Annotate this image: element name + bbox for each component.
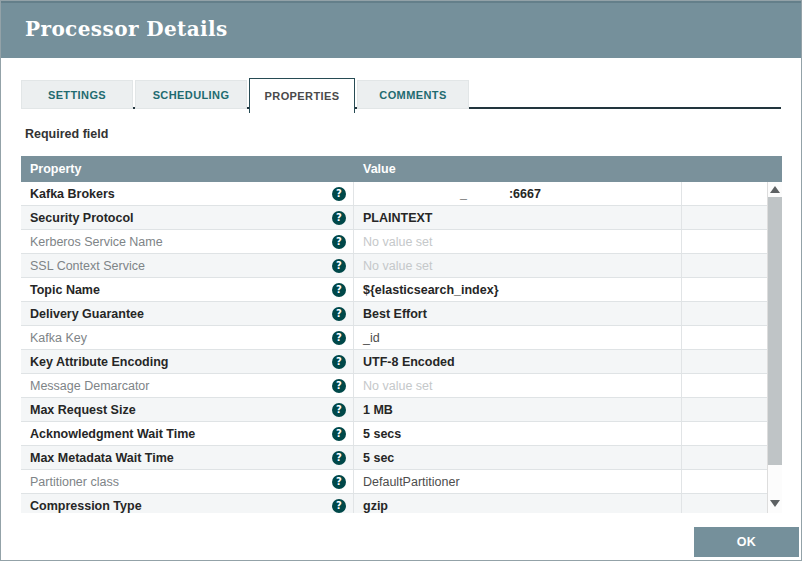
scroll-down-arrow-icon[interactable] bbox=[770, 500, 780, 507]
empty-cell bbox=[682, 278, 767, 301]
property-value: 5 secs bbox=[354, 422, 682, 445]
property-value: PLAINTEXT bbox=[354, 206, 682, 229]
property-cell: Partitioner class? bbox=[21, 470, 354, 493]
help-question-icon[interactable]: ? bbox=[332, 211, 346, 225]
tab-properties[interactable]: PROPERTIES bbox=[249, 78, 355, 113]
column-header-value: Value bbox=[354, 162, 682, 176]
property-cell: Security Protocol? bbox=[21, 206, 354, 229]
property-cell: Delivery Guarantee? bbox=[21, 302, 354, 325]
property-value: Best Effort bbox=[354, 302, 682, 325]
property-name: SSL Context Service bbox=[30, 259, 145, 273]
empty-cell bbox=[682, 374, 767, 397]
table-row: Delivery Guarantee?Best Effort bbox=[21, 302, 767, 326]
property-value: No value set bbox=[354, 374, 682, 397]
property-cell: Kafka Key? bbox=[21, 326, 354, 349]
property-value: No value set bbox=[354, 254, 682, 277]
help-question-icon[interactable]: ? bbox=[332, 283, 346, 297]
empty-cell bbox=[682, 302, 767, 325]
table-row: Message Demarcator?No value set bbox=[21, 374, 767, 398]
property-cell: Message Demarcator? bbox=[21, 374, 354, 397]
table-row: Kafka Brokers?_:6667 bbox=[21, 182, 767, 206]
help-question-icon[interactable]: ? bbox=[332, 451, 346, 465]
property-value: DefaultPartitioner bbox=[354, 470, 682, 493]
property-value: 1 MB bbox=[354, 398, 682, 421]
help-question-icon[interactable]: ? bbox=[332, 499, 346, 513]
table-row: Security Protocol?PLAINTEXT bbox=[21, 206, 767, 230]
help-question-icon[interactable]: ? bbox=[332, 475, 346, 489]
property-name: Max Request Size bbox=[30, 403, 136, 417]
table-row: Kafka Key?_id bbox=[21, 326, 767, 350]
property-cell: Kerberos Service Name? bbox=[21, 230, 354, 253]
property-value: _:6667 bbox=[354, 182, 682, 205]
property-name: Kafka Brokers bbox=[30, 187, 115, 201]
property-value: _id bbox=[354, 326, 682, 349]
visible-value-fragment: :6667 bbox=[509, 187, 541, 201]
property-value: gzip bbox=[354, 494, 682, 513]
property-name: Partitioner class bbox=[30, 475, 119, 489]
property-name: Key Attribute Encoding bbox=[30, 355, 168, 369]
ok-button[interactable]: OK bbox=[694, 527, 799, 557]
empty-cell bbox=[682, 230, 767, 253]
tab-settings[interactable]: SETTINGS bbox=[21, 80, 133, 109]
redacted-fragment: _ bbox=[460, 187, 467, 201]
processor-details-dialog: Processor Details SETTINGSSCHEDULINGPROP… bbox=[0, 0, 802, 561]
property-cell: Key Attribute Encoding? bbox=[21, 350, 354, 373]
properties-table-body: Kafka Brokers?_:6667Security Protocol?PL… bbox=[21, 182, 782, 513]
table-rows: Kafka Brokers?_:6667Security Protocol?PL… bbox=[21, 182, 767, 513]
help-question-icon[interactable]: ? bbox=[332, 331, 346, 345]
property-cell: Kafka Brokers? bbox=[21, 182, 354, 205]
property-value: ${elasticsearch_index} bbox=[354, 278, 682, 301]
scrollbar-thumb[interactable] bbox=[768, 197, 782, 465]
empty-cell bbox=[682, 350, 767, 373]
property-cell: Compression Type? bbox=[21, 494, 354, 513]
table-row: Partitioner class?DefaultPartitioner bbox=[21, 470, 767, 494]
empty-cell bbox=[682, 470, 767, 493]
property-value: 5 sec bbox=[354, 446, 682, 469]
property-value: UTF-8 Encoded bbox=[354, 350, 682, 373]
tab-bar: SETTINGSSCHEDULINGPROPERTIESCOMMENTS bbox=[21, 78, 469, 113]
property-name: Max Metadata Wait Time bbox=[30, 451, 174, 465]
dialog-header: Processor Details bbox=[1, 1, 801, 58]
table-row: Max Request Size?1 MB bbox=[21, 398, 767, 422]
help-question-icon[interactable]: ? bbox=[332, 307, 346, 321]
scroll-up-arrow-icon[interactable] bbox=[770, 186, 780, 193]
table-row: Topic Name?${elasticsearch_index} bbox=[21, 278, 767, 302]
property-name: Compression Type bbox=[30, 499, 142, 513]
table-row: Key Attribute Encoding?UTF-8 Encoded bbox=[21, 350, 767, 374]
property-name: Acknowledgment Wait Time bbox=[30, 427, 195, 441]
help-question-icon[interactable]: ? bbox=[332, 379, 346, 393]
help-question-icon[interactable]: ? bbox=[332, 403, 346, 417]
tab-scheduling[interactable]: SCHEDULING bbox=[135, 80, 247, 109]
property-name: Kerberos Service Name bbox=[30, 235, 163, 249]
table-header: Property Value bbox=[21, 156, 782, 182]
property-value: No value set bbox=[354, 230, 682, 253]
empty-cell bbox=[682, 398, 767, 421]
empty-cell bbox=[682, 446, 767, 469]
empty-cell bbox=[682, 494, 767, 513]
property-name: Kafka Key bbox=[30, 331, 87, 345]
help-question-icon[interactable]: ? bbox=[332, 235, 346, 249]
column-header-property: Property bbox=[21, 162, 354, 176]
empty-cell bbox=[682, 206, 767, 229]
empty-cell bbox=[682, 182, 767, 205]
help-question-icon[interactable]: ? bbox=[332, 187, 346, 201]
property-cell: Max Metadata Wait Time? bbox=[21, 446, 354, 469]
property-cell: Topic Name? bbox=[21, 278, 354, 301]
property-name: Message Demarcator bbox=[30, 379, 150, 393]
table-row: Compression Type?gzip bbox=[21, 494, 767, 513]
dialog-title: Processor Details bbox=[1, 3, 801, 56]
table-row: Acknowledgment Wait Time?5 secs bbox=[21, 422, 767, 446]
property-name: Topic Name bbox=[30, 283, 100, 297]
property-cell: Acknowledgment Wait Time? bbox=[21, 422, 354, 445]
table-row: Kerberos Service Name?No value set bbox=[21, 230, 767, 254]
property-cell: Max Request Size? bbox=[21, 398, 354, 421]
required-field-label: Required field bbox=[25, 127, 108, 141]
empty-cell bbox=[682, 326, 767, 349]
tab-comments[interactable]: COMMENTS bbox=[357, 80, 469, 109]
table-row: Max Metadata Wait Time?5 sec bbox=[21, 446, 767, 470]
help-question-icon[interactable]: ? bbox=[332, 355, 346, 369]
help-question-icon[interactable]: ? bbox=[332, 427, 346, 441]
vertical-scrollbar[interactable] bbox=[767, 182, 782, 513]
help-question-icon[interactable]: ? bbox=[332, 259, 346, 273]
property-name: Security Protocol bbox=[30, 211, 134, 225]
